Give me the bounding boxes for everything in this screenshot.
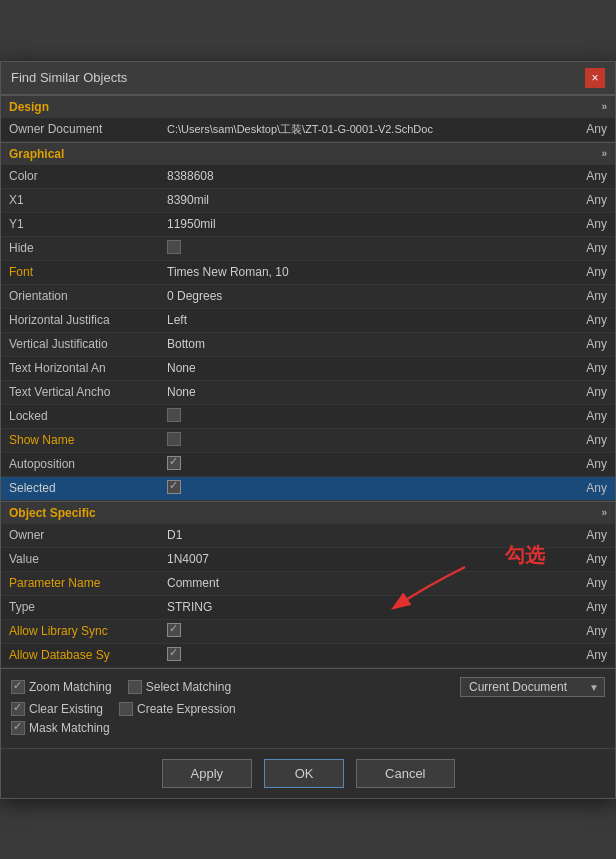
section-graphical-label: Graphical [9, 147, 64, 161]
prop-any-font: Any [555, 262, 615, 282]
prop-label-autoposition: Autoposition [1, 454, 161, 474]
table-row: Owner Document C:\Users\sam\Desktop\工装\Z… [1, 118, 615, 142]
prop-label-orientation: Orientation [1, 286, 161, 306]
prop-any-owner: Any [555, 525, 615, 545]
prop-label-owner: Owner [1, 525, 161, 545]
prop-value-y1: 11950mil [161, 214, 555, 234]
checkbox-allow-lib-sync[interactable] [167, 623, 181, 637]
prop-any-autoposition: Any [555, 454, 615, 474]
option-mask-matching[interactable]: Mask Matching [11, 721, 110, 735]
properties-table[interactable]: Design » Owner Document C:\Users\sam\Des… [1, 95, 615, 668]
checkbox-mask-matching[interactable] [11, 721, 25, 735]
prop-any-allow-db-sync: Any [555, 645, 615, 665]
table-row-selected: Selected Any [1, 477, 615, 501]
prop-value-h-justify: Left [161, 310, 555, 330]
prop-value-owner: D1 [161, 525, 555, 545]
table-row: Text Horizontal An None Any [1, 357, 615, 381]
scope-dropdown[interactable]: Current Document All Open Documents Proj… [460, 677, 605, 697]
option-mask-matching-label: Mask Matching [29, 721, 110, 735]
prop-any-type: Any [555, 597, 615, 617]
prop-value-locked [161, 405, 555, 428]
prop-value-autoposition [161, 453, 555, 476]
prop-label-y1: Y1 [1, 214, 161, 234]
table-row: Y1 11950mil Any [1, 213, 615, 237]
prop-value-value: 1N4007 [161, 549, 555, 569]
checkbox-zoom-matching[interactable] [11, 680, 25, 694]
prop-label-locked: Locked [1, 406, 161, 426]
prop-label-text-v-anchor: Text Vertical Ancho [1, 382, 161, 402]
section-design-label: Design [9, 100, 49, 114]
prop-any-h-justify: Any [555, 310, 615, 330]
title-bar: Find Similar Objects × [1, 62, 615, 95]
option-clear-existing-label: Clear Existing [29, 702, 103, 716]
close-button[interactable]: × [585, 68, 605, 88]
prop-any-selected: Any [555, 478, 615, 498]
options-row-1: Zoom Matching Select Matching Current Do… [11, 677, 605, 697]
bottom-options: Zoom Matching Select Matching Current Do… [1, 668, 615, 748]
prop-label-owner-doc: Owner Document [1, 119, 161, 139]
prop-label-value: Value [1, 549, 161, 569]
table-row: Value 1N4007 Any [1, 548, 615, 572]
dialog-title: Find Similar Objects [11, 70, 127, 85]
option-zoom-matching[interactable]: Zoom Matching [11, 680, 112, 694]
option-select-matching-label: Select Matching [146, 680, 231, 694]
table-row: Allow Library Sync Any [1, 620, 615, 644]
section-graphical: Graphical » [1, 142, 615, 165]
prop-label-selected: Selected [1, 478, 161, 498]
prop-value-selected [161, 477, 555, 500]
option-zoom-matching-label: Zoom Matching [29, 680, 112, 694]
table-row: Vertical Justificatio Bottom Any [1, 333, 615, 357]
checkbox-show-name[interactable] [167, 432, 181, 446]
prop-value-allow-db-sync [161, 644, 555, 667]
checkbox-autoposition[interactable] [167, 456, 181, 470]
section-design: Design » [1, 95, 615, 118]
checkbox-locked[interactable] [167, 408, 181, 422]
prop-label-allow-lib-sync: Allow Library Sync [1, 621, 161, 641]
prop-value-show-name [161, 429, 555, 452]
ok-button[interactable]: OK [264, 759, 344, 788]
checkbox-create-expression[interactable] [119, 702, 133, 716]
prop-any-text-h-anchor: Any [555, 358, 615, 378]
table-row: Autoposition Any [1, 453, 615, 477]
dialog-content: Design » Owner Document C:\Users\sam\Des… [1, 95, 615, 748]
prop-label-color: Color [1, 166, 161, 186]
apply-button[interactable]: Apply [162, 759, 253, 788]
table-row: Type STRING Any [1, 596, 615, 620]
table-row: Parameter Name Comment Any 勾选 [1, 572, 615, 596]
checkbox-selected[interactable] [167, 480, 181, 494]
checkbox-clear-existing[interactable] [11, 702, 25, 716]
section-design-arrow: » [601, 101, 607, 112]
prop-value-v-justify: Bottom [161, 334, 555, 354]
prop-value-param-name: Comment [161, 573, 555, 593]
prop-any-x1: Any [555, 190, 615, 210]
prop-value-x1: 8390mil [161, 190, 555, 210]
prop-any-orientation: Any [555, 286, 615, 306]
prop-any-text-v-anchor: Any [555, 382, 615, 402]
prop-value-orientation: 0 Degrees [161, 286, 555, 306]
options-row-3: Mask Matching [11, 721, 605, 735]
prop-any-allow-lib-sync: Any [555, 621, 615, 641]
option-create-expression-label: Create Expression [137, 702, 236, 716]
prop-value-hide [161, 237, 555, 260]
table-row: Orientation 0 Degrees Any [1, 285, 615, 309]
prop-label-hide: Hide [1, 238, 161, 258]
table-row: Font Times New Roman, 10 Any [1, 261, 615, 285]
prop-value-owner-doc: C:\Users\sam\Desktop\工装\ZT-01-G-0001-V2.… [161, 119, 555, 140]
section-object-specific-label: Object Specific [9, 506, 96, 520]
prop-value-allow-lib-sync [161, 620, 555, 643]
option-create-expression[interactable]: Create Expression [119, 702, 236, 716]
checkbox-allow-db-sync[interactable] [167, 647, 181, 661]
prop-any-hide: Any [555, 238, 615, 258]
option-clear-existing[interactable]: Clear Existing [11, 702, 103, 716]
prop-value-font: Times New Roman, 10 [161, 262, 555, 282]
prop-value-color: 8388608 [161, 166, 555, 186]
cancel-button[interactable]: Cancel [356, 759, 454, 788]
checkbox-hide[interactable] [167, 240, 181, 254]
prop-value-type: STRING [161, 597, 555, 617]
prop-any-value: Any [555, 549, 615, 569]
prop-any-param-name: Any [555, 573, 615, 593]
table-row: Text Vertical Ancho None Any [1, 381, 615, 405]
prop-label-type: Type [1, 597, 161, 617]
option-select-matching[interactable]: Select Matching [128, 680, 231, 694]
checkbox-select-matching[interactable] [128, 680, 142, 694]
